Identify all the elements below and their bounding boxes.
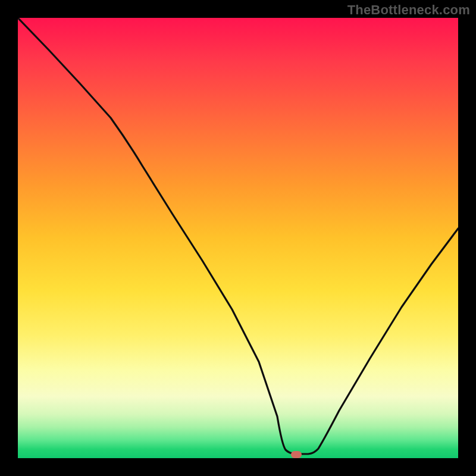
plot-area bbox=[18, 18, 458, 458]
watermark-text: TheBottleneck.com bbox=[347, 2, 470, 18]
chart-frame: TheBottleneck.com bbox=[0, 0, 476, 476]
minimum-marker bbox=[291, 451, 302, 458]
bottleneck-curve bbox=[18, 18, 458, 458]
